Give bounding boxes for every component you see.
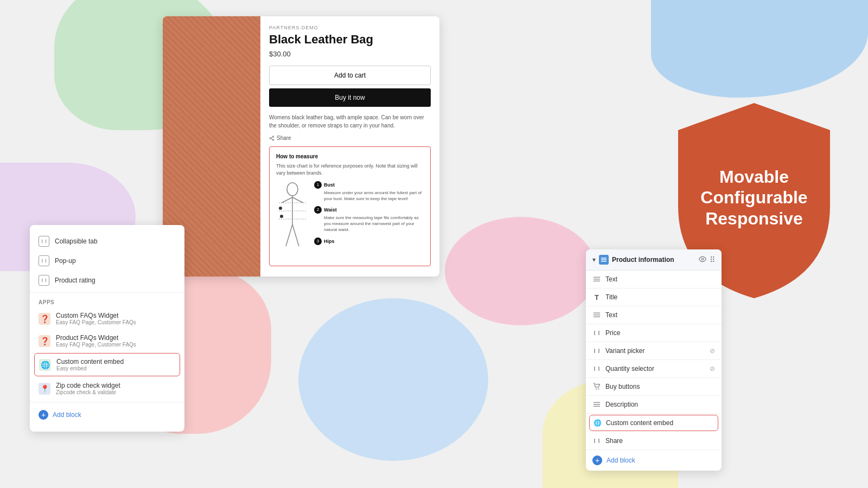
right-panel: ▾ Product information ⠿ — [586, 249, 722, 471]
panel-item-product-rating[interactable]: Product rating — [30, 271, 184, 290]
measure-subtitle: This size chart is for reference purpose… — [276, 163, 424, 176]
custom-embed-sublabel: Easy embed — [56, 365, 124, 371]
measure-step-waist: 2 Waist Make sure the measuring tape fit… — [314, 206, 424, 233]
right-panel-item-price[interactable]: Price — [586, 324, 722, 342]
text1-label: Text — [605, 275, 715, 283]
panel-divider-2 — [30, 402, 184, 402]
right-panel-item-description[interactable]: Description — [586, 396, 722, 414]
measure-title: How to measure — [276, 153, 424, 159]
measure-steps: 1 Bust Measure under your arms around th… — [314, 181, 424, 259]
measure-step-bust: 1 Bust Measure under your arms around th… — [314, 181, 424, 202]
svg-point-27 — [598, 388, 599, 389]
lines-icon-text1 — [592, 275, 601, 284]
custom-faqs-label: Custom FAQs Widget — [56, 312, 136, 319]
right-panel-actions: ⠿ — [699, 255, 715, 265]
bracket-icon-popup — [39, 255, 49, 266]
add-block-label: Add block — [53, 411, 81, 419]
collapse-icon[interactable]: ▾ — [592, 256, 596, 264]
right-panel-item-buy-buttons[interactable]: Buy buttons — [586, 378, 722, 396]
svg-point-2 — [272, 139, 274, 141]
bracket-icon-share — [592, 436, 601, 445]
svg-line-10 — [292, 224, 299, 246]
right-panel-item-text2[interactable]: Text — [586, 306, 722, 324]
panel-item-zip-code[interactable]: 📍 Zip code check widget Zipcode check & … — [30, 377, 184, 400]
lines-icon-text2 — [592, 311, 601, 319]
right-panel-title: Product information — [612, 256, 695, 264]
drag-handle-icon[interactable]: ⠿ — [710, 255, 715, 264]
panel-item-collapsible-tab[interactable]: Collapsible tab — [30, 232, 184, 251]
title-label: Title — [605, 293, 715, 301]
svg-rect-21 — [593, 279, 600, 279]
price-label: Price — [605, 329, 715, 337]
custom-faqs-icon: ❓ — [39, 313, 50, 325]
product-faqs-icon: ❓ — [39, 335, 50, 347]
svg-rect-17 — [601, 259, 607, 260]
right-panel-item-custom-embed[interactable]: 🌐 Custom content embed — [589, 415, 718, 431]
product-card: PARTNERS.DEMO Black Leather Bag $30.00 A… — [163, 16, 439, 277]
svg-rect-29 — [593, 404, 600, 404]
right-panel-add-block[interactable]: + Add block — [586, 450, 722, 471]
zip-code-icon: 📍 — [39, 383, 50, 395]
shield-line1: Movable — [686, 166, 822, 187]
right-panel-item-quantity-selector[interactable]: Quantity selector ⊘ — [586, 360, 722, 378]
product-faqs-label: Product FAQs Widget — [56, 334, 136, 342]
variant-picker-badge: ⊘ — [710, 347, 715, 355]
svg-point-5 — [287, 183, 298, 196]
svg-rect-25 — [593, 317, 600, 317]
right-panel-item-share[interactable]: Share — [586, 432, 722, 450]
cart-icon — [592, 382, 601, 391]
panel-item-popup[interactable]: Pop-up — [30, 251, 184, 271]
custom-embed-right-label: Custom content embed — [606, 419, 714, 427]
panel-item-label-popup: Pop-up — [55, 257, 76, 265]
svg-rect-22 — [593, 281, 600, 281]
title-icon: T — [592, 293, 601, 301]
zip-code-sublabel: Zipcode check & validate — [56, 389, 120, 395]
bracket-icon-variant — [592, 346, 601, 355]
product-faqs-sublabel: Easy FAQ Page, Customer FAQs — [56, 342, 136, 348]
svg-rect-24 — [593, 314, 600, 315]
svg-line-9 — [286, 224, 292, 246]
buy-now-button[interactable]: Buy it now — [269, 88, 431, 107]
text2-label: Text — [605, 311, 715, 319]
measure-section: How to measure This size chart is for re… — [269, 146, 431, 266]
left-panel: Collapsible tab Pop-up Product rating AP… — [30, 225, 184, 432]
product-description: Womens black leather bag, with ample spa… — [269, 113, 431, 130]
globe-icon: 🌐 — [593, 419, 602, 427]
svg-rect-30 — [593, 406, 600, 407]
shield-text: Movable Configurable Responsive — [686, 166, 822, 229]
right-panel-item-text1[interactable]: Text — [586, 271, 722, 288]
svg-line-8 — [292, 197, 303, 203]
svg-point-12 — [279, 207, 282, 210]
panel-item-label-collapsible: Collapsible tab — [55, 237, 98, 245]
shield-line3: Responsive — [686, 208, 822, 228]
share-label: Share — [277, 135, 291, 141]
svg-rect-16 — [601, 258, 607, 259]
svg-line-4 — [271, 137, 273, 138]
add-to-cart-button[interactable]: Add to cart — [269, 66, 431, 85]
store-label: PARTNERS.DEMO — [269, 25, 431, 30]
variant-picker-label: Variant picker — [605, 347, 705, 355]
panel-item-product-faqs[interactable]: ❓ Product FAQs Widget Easy FAQ Page, Cus… — [30, 330, 184, 352]
panel-item-custom-faqs[interactable]: ❓ Custom FAQs Widget Easy FAQ Page, Cust… — [30, 307, 184, 330]
main-container: PARTNERS.DEMO Black Leather Bag $30.00 A… — [0, 0, 868, 488]
svg-rect-18 — [601, 261, 607, 262]
apps-section-header: APPS — [30, 295, 184, 307]
bracket-icon-rating — [39, 275, 49, 286]
shield-line2: Configurable — [686, 187, 822, 208]
svg-line-3 — [271, 139, 273, 140]
svg-rect-20 — [593, 277, 600, 278]
share-link[interactable]: Share — [269, 135, 431, 141]
custom-embed-icon: 🌐 — [39, 359, 51, 371]
buy-buttons-label: Buy buttons — [605, 383, 715, 390]
add-block-button[interactable]: + Add block — [30, 404, 184, 425]
product-title: Black Leather Bag — [269, 33, 431, 47]
right-add-block-icon: + — [592, 455, 602, 465]
measure-figure — [276, 181, 309, 259]
share-label-right: Share — [605, 437, 715, 445]
description-label: Description — [605, 401, 715, 408]
right-panel-item-title[interactable]: T Title — [586, 288, 722, 306]
panel-item-custom-content-embed[interactable]: 🌐 Custom content embed Easy embed — [34, 353, 180, 376]
right-panel-item-variant-picker[interactable]: Variant picker ⊘ — [586, 342, 722, 360]
visibility-icon[interactable] — [699, 255, 706, 265]
product-price: $30.00 — [269, 50, 431, 58]
